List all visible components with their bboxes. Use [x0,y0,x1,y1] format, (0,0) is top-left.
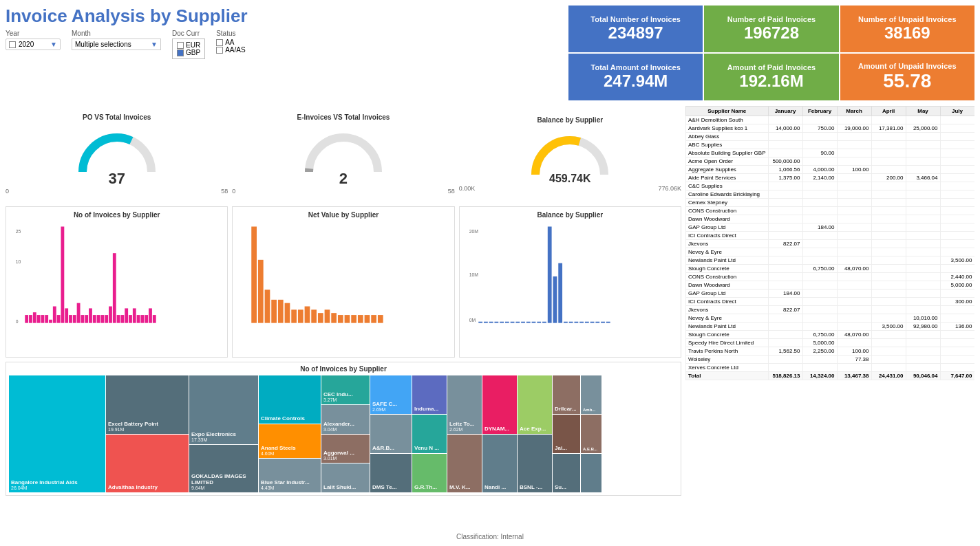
gauge-po-max: 58 [221,188,228,195]
amount-cell: 200.00 [871,174,906,182]
aa-checkbox[interactable] [216,39,223,46]
amount-cell [837,141,871,149]
gauge-einvoice-value: 2 [339,170,348,188]
treemap-cec-value: 3.27M [323,397,368,402]
treemap-aggarwal: Aggarwal ... 3.01M [321,435,370,463]
amount-cell [906,207,940,215]
gauges-row: PO VS Total Invoices 37 0 58 E-Invoices … [6,106,681,202]
treemap-safe-value: 2.69M [372,407,409,412]
svg-rect-18 [85,315,88,323]
supplier-name-cell: Jkevons [686,306,769,314]
treemap-alexander-value: 3.04M [323,427,368,432]
table-row: ICI Contracts Direct300.0030 [686,298,975,306]
amount-cell [802,232,837,240]
kpi-paid-amount-label: Amount of Paid Invoices [727,63,816,72]
amount-cell [940,331,974,339]
treemap-grth-label: G.R.Th... [414,484,445,490]
amount-cell: 518,826.13 [768,372,802,380]
gauge-balance-max: 776.06K [658,185,681,192]
data-table-container[interactable]: Supplier Name January February March Apr… [685,106,974,530]
doc-curr-filter[interactable]: Doc Curr EUR GBP [172,30,205,59]
svg-rect-69 [531,322,535,323]
amount-cell [871,256,906,265]
svg-rect-23 [105,315,108,323]
gbp-option[interactable]: GBP [177,49,200,56]
status-filter[interactable]: Status AA AA/AS [216,30,245,59]
amount-cell [837,199,871,207]
supplier-name-cell: Total [686,372,769,380]
treemap-ace-label: Ace Exp... [520,426,550,432]
amount-cell [768,339,802,347]
balance-bar-svg: 20M 10M 0M [464,221,677,331]
amount-cell [906,281,940,290]
svg-rect-40 [278,300,284,323]
amount-cell [802,306,837,314]
treemap-excel-value: 19.91M [108,427,187,432]
amount-cell [871,240,906,248]
table-row: CONS Construction2,440.002.44 [686,273,975,281]
status-aa-option[interactable]: AA [216,39,245,46]
treemap-bsnl: BSNL -... [518,435,552,493]
treemap-amb: Amb... [581,375,601,414]
amount-cell: 822.07 [768,306,802,314]
treemap-venu-label: Venu N ... [414,445,445,451]
month-filter[interactable]: Month Multiple selections ▼ [72,30,161,59]
svg-text:10M: 10M [469,272,478,277]
amount-cell [940,207,974,215]
amount-cell: 300.00 [940,298,974,306]
treemap-aggarwal-value: 3.01M [323,456,368,461]
svg-rect-22 [100,315,104,323]
header-section: Invoice Analysis by Supplier Year 2020 ▼… [6,6,974,100]
svg-rect-33 [145,315,148,323]
supplier-name-cell: Aardvark Supplies kco 1 [686,124,769,133]
amount-cell [768,223,802,232]
eur-option[interactable]: EUR [177,41,200,49]
kpi-unpaid-invoices-value: 38169 [884,23,930,43]
amount-cell [802,256,837,265]
amount-cell [906,116,940,124]
svg-rect-71 [542,322,546,323]
amount-cell [871,364,906,372]
year-filter[interactable]: Year 2020 ▼ [6,30,61,59]
year-select[interactable]: 2020 ▼ [6,39,61,50]
amount-cell [768,207,802,215]
amount-cell [871,273,906,281]
month-dropdown[interactable]: Multiple selections ▼ [72,39,161,50]
amount-cell [837,149,871,157]
status-aas-option[interactable]: AA/AS [216,46,245,54]
table-row: Aardvark Supplies kco 114,000.00750.0019… [686,124,975,133]
gbp-checkbox[interactable] [177,50,184,56]
amount-cell: 184.00 [802,223,837,232]
amount-cell [768,133,802,141]
col-mar: March [837,107,871,116]
amount-cell: 136.00 [940,323,974,331]
header-left: Invoice Analysis by Supplier Year 2020 ▼… [6,6,268,59]
svg-rect-28 [125,308,128,323]
col-apr: April [871,107,906,116]
amount-cell [940,314,974,323]
net-value-chart-area [237,221,449,335]
kpi-total-invoices-label: Total Number of Invoices [590,15,681,23]
svg-rect-45 [312,309,317,323]
net-value-chart-title: Net Value by Supplier [237,211,449,219]
amount-cell [871,223,906,232]
treemap-mvk: M.V. K... [447,435,482,493]
amount-cell [802,364,837,372]
svg-rect-51 [352,315,357,323]
amount-cell [768,265,802,273]
gauge-einvoice-svg [299,124,388,175]
aas-checkbox[interactable] [216,47,223,54]
eur-checkbox[interactable] [177,42,184,49]
treemap-bsnl-label: BSNL -... [520,484,550,490]
treemap-col9: DYNAM... Nandi ... [482,375,517,492]
svg-rect-35 [153,315,156,323]
amount-cell [871,166,906,174]
table-row: Aggregate Supplies1,066.564,000.00100.00… [686,166,975,174]
treemap-col12: Amb... A.E.B... [581,375,601,492]
supplier-name-cell: ABC Supplies [686,141,769,149]
kpi-paid-invoices-value: 196728 [744,23,799,43]
footer: Classification: Internal [6,533,974,540]
supplier-name-cell: CONS Construction [686,207,769,215]
doc-curr-box: EUR GBP [172,39,205,59]
year-checkbox[interactable] [9,41,16,48]
